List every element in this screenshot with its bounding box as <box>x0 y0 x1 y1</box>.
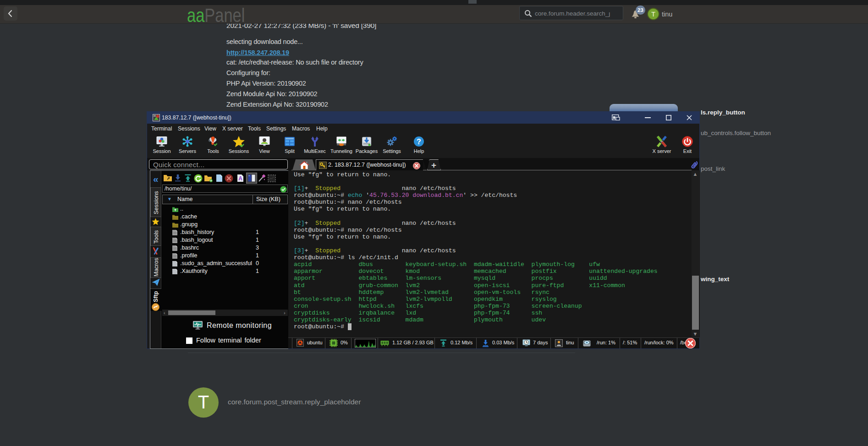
svg-text:A: A <box>238 175 242 182</box>
svg-text:?: ? <box>417 138 421 146</box>
